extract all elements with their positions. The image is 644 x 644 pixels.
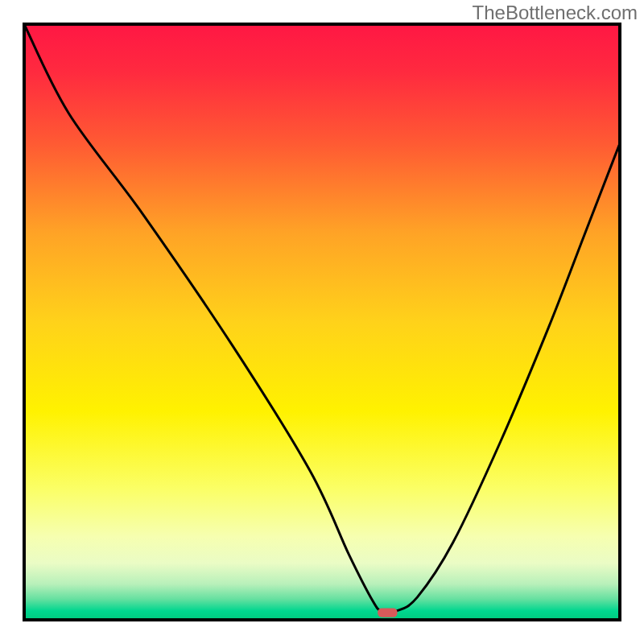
optimal-marker — [378, 609, 397, 617]
plot-background — [24, 24, 620, 620]
chart-container: TheBottleneck.com — [0, 0, 644, 644]
chart-svg — [0, 0, 644, 644]
watermark-text: TheBottleneck.com — [473, 2, 638, 24]
